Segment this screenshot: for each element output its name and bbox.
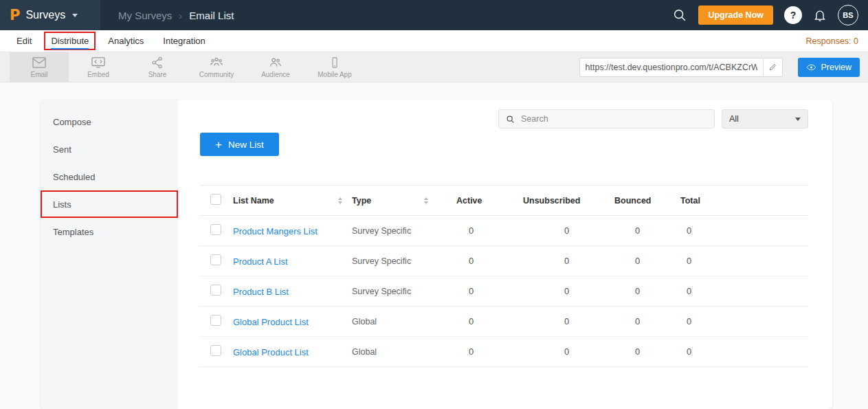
- search-icon: [672, 8, 687, 23]
- global-search-button[interactable]: [672, 8, 687, 23]
- preview-button[interactable]: Preview: [798, 58, 860, 77]
- help-button[interactable]: ?: [784, 6, 802, 24]
- channel-community[interactable]: Community: [187, 52, 246, 82]
- edit-url-button[interactable]: [763, 58, 782, 76]
- bounced-count: 0: [614, 216, 680, 246]
- pencil-icon: [768, 63, 777, 71]
- list-filter-dropdown[interactable]: All: [722, 109, 808, 129]
- channel-mobile-app[interactable]: Mobile App: [305, 52, 364, 82]
- row-checkbox[interactable]: [210, 224, 221, 235]
- row-checkbox[interactable]: [210, 254, 221, 265]
- lists-table: List Name Type Active Unsubscribed Bounc…: [200, 185, 808, 367]
- sort-icon[interactable]: [338, 197, 342, 204]
- tab-distribute[interactable]: Distribute: [44, 32, 96, 50]
- list-name-link[interactable]: Global Product List: [233, 347, 309, 357]
- tab-analytics[interactable]: Analytics: [101, 32, 151, 50]
- lists-table-wrap: List Name Type Active Unsubscribed Bounc…: [200, 185, 808, 367]
- sidebar-item-lists[interactable]: Lists: [41, 190, 178, 218]
- chevron-down-icon: [72, 14, 78, 17]
- channel-email[interactable]: Email: [10, 52, 69, 82]
- eye-icon: [806, 63, 816, 71]
- survey-nav-tabs: Edit Distribute Analytics Integration Re…: [0, 30, 868, 52]
- column-header-active: Active: [456, 186, 523, 216]
- list-search-input[interactable]: [520, 113, 707, 124]
- column-header-total: Total: [680, 186, 808, 216]
- unsubscribed-count: 0: [523, 246, 614, 276]
- sidebar-item-templates[interactable]: Templates: [41, 218, 178, 245]
- product-switcher[interactable]: P Surveys: [0, 0, 100, 30]
- column-header-type[interactable]: Type: [352, 196, 371, 206]
- channel-audience[interactable]: Audience: [246, 52, 305, 82]
- list-type: Survey Specific: [352, 276, 456, 307]
- toolbar-right: Preview: [579, 52, 868, 82]
- bounced-count: 0: [614, 276, 680, 307]
- topbar-actions: Upgrade Now ? BS: [672, 5, 868, 25]
- share-icon: [151, 56, 164, 69]
- survey-url-field: [579, 58, 783, 77]
- responses-count[interactable]: Responses: 0: [806, 36, 858, 46]
- plus-icon: +: [215, 139, 222, 151]
- channel-share[interactable]: Share: [128, 52, 187, 82]
- breadcrumb-current: Email List: [189, 10, 234, 21]
- sort-icon[interactable]: [424, 197, 428, 204]
- unsubscribed-count: 0: [523, 337, 614, 367]
- new-list-button[interactable]: + New List: [200, 133, 279, 156]
- sidebar-item-compose[interactable]: Compose: [41, 108, 178, 135]
- embed-icon: [91, 56, 106, 69]
- table-row: Global Product List Global 0 0 0 0: [200, 307, 808, 337]
- tab-edit[interactable]: Edit: [10, 32, 38, 50]
- list-name-link[interactable]: Product B List: [233, 287, 289, 297]
- envelope-icon: [32, 56, 47, 69]
- unsubscribed-count: 0: [523, 216, 614, 246]
- total-count: 0: [680, 307, 808, 337]
- email-lists-panel: Compose Sent Scheduled Lists Templates A…: [41, 100, 832, 409]
- table-row: Product B List Survey Specific 0 0 0 0: [200, 276, 808, 307]
- row-checkbox[interactable]: [210, 345, 221, 356]
- chevron-down-icon: [795, 118, 801, 121]
- column-header-bounced: Bounced: [614, 186, 680, 216]
- list-name-link[interactable]: Global Product List: [233, 317, 309, 327]
- list-name-link[interactable]: Product Mangers List: [233, 226, 318, 236]
- community-icon: [209, 56, 224, 69]
- list-name-link[interactable]: Product A List: [233, 256, 288, 267]
- table-header-row: List Name Type Active Unsubscribed Bounc…: [200, 186, 808, 216]
- active-count: 0: [456, 246, 523, 276]
- avatar[interactable]: BS: [838, 5, 858, 25]
- breadcrumb-my-surveys[interactable]: My Surveys: [118, 10, 172, 21]
- unsubscribed-count: 0: [523, 276, 614, 307]
- email-sidebar: Compose Sent Scheduled Lists Templates: [41, 100, 178, 409]
- row-checkbox[interactable]: [210, 315, 221, 326]
- sidebar-item-sent[interactable]: Sent: [41, 135, 178, 163]
- select-all-checkbox[interactable]: [210, 194, 221, 205]
- lists-content: All + New List List Name: [178, 100, 832, 409]
- column-header-unsubscribed: Unsubscribed: [523, 186, 614, 216]
- table-row: Global Product List Global 0 0 0 0: [200, 337, 808, 367]
- active-count: 0: [456, 216, 523, 246]
- list-controls: All: [200, 109, 808, 129]
- active-count: 0: [456, 337, 523, 367]
- active-count: 0: [456, 276, 523, 307]
- row-checkbox[interactable]: [210, 285, 221, 296]
- list-type: Survey Specific: [352, 246, 456, 276]
- search-icon: [506, 115, 515, 124]
- unsubscribed-count: 0: [523, 307, 614, 337]
- breadcrumb-separator: ›: [179, 10, 182, 21]
- bell-icon: [813, 8, 827, 22]
- list-search-box: [498, 109, 715, 129]
- audience-icon: [268, 56, 283, 69]
- distribute-toolbar: Email Embed Share Community Audience Mob…: [0, 52, 868, 82]
- questionpro-logo-icon: P: [10, 7, 20, 23]
- product-name: Surveys: [25, 9, 65, 21]
- upgrade-now-button[interactable]: Upgrade Now: [698, 5, 773, 25]
- notifications-button[interactable]: [813, 8, 827, 22]
- column-header-list-name[interactable]: List Name: [233, 196, 274, 206]
- active-count: 0: [456, 307, 523, 337]
- sidebar-item-scheduled[interactable]: Scheduled: [41, 163, 178, 190]
- survey-url-input[interactable]: [580, 63, 763, 72]
- tab-integration[interactable]: Integration: [156, 32, 212, 50]
- mobile-icon: [329, 56, 341, 69]
- channel-embed[interactable]: Embed: [69, 52, 128, 82]
- bounced-count: 0: [614, 246, 680, 276]
- table-row: Product Mangers List Survey Specific 0 0…: [200, 216, 808, 246]
- list-type: Survey Specific: [352, 216, 456, 246]
